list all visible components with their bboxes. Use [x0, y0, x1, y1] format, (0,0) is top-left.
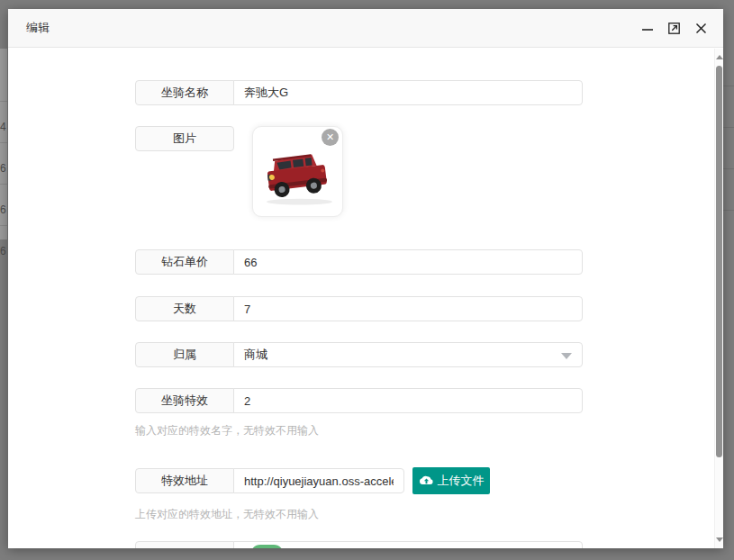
cloud-upload-icon — [419, 474, 433, 488]
background-row-divider — [0, 142, 7, 143]
screen: { "modal": { "title": "编辑" }, "form": { … — [0, 0, 734, 560]
scrollbar-thumb[interactable] — [716, 66, 722, 457]
next-partial-label — [135, 541, 234, 548]
fullscreen-icon[interactable] — [666, 21, 682, 36]
background-table-number: 6 — [0, 245, 7, 257]
mount-name-label: 坐骑名称 — [135, 80, 234, 105]
background-row-divider — [0, 184, 7, 185]
dialog-header: 编辑 — [8, 9, 723, 48]
field-belong: 归属 商城 — [135, 342, 583, 367]
minimize-icon[interactable] — [639, 21, 655, 36]
field-mount-effect: 坐骑特效 — [135, 388, 583, 413]
chevron-down-icon — [561, 353, 572, 359]
effect-url-label: 特效地址 — [135, 468, 234, 493]
background-row-divider — [723, 210, 734, 211]
field-next-partial — [135, 541, 583, 548]
toggle-switch[interactable] — [250, 545, 284, 548]
days-input[interactable] — [233, 296, 583, 321]
background-table-number: 6 — [0, 162, 7, 175]
belong-label: 归属 — [135, 342, 234, 367]
image-label: 图片 — [135, 126, 234, 151]
diamond-price-label: 钻石单价 — [135, 249, 234, 275]
dialog-scrollbar[interactable] — [714, 49, 723, 548]
background-row-divider — [723, 168, 734, 169]
days-label: 天数 — [135, 296, 234, 321]
belong-selected-value: 商城 — [244, 347, 267, 363]
window-controls — [639, 9, 709, 48]
background-table-sliver: 4 6 6 6 — [0, 49, 7, 239]
scroll-down-icon[interactable] — [716, 537, 723, 542]
effect-url-hint: 上传对应的特效地址，无特效不用输入 — [135, 507, 319, 522]
upload-file-button[interactable]: 上传文件 — [412, 467, 490, 494]
background-table-number: 6 — [0, 203, 7, 216]
scroll-up-icon[interactable] — [716, 55, 723, 59]
close-icon[interactable] — [693, 21, 709, 36]
field-mount-name: 坐骑名称 — [135, 80, 583, 105]
remove-image-icon[interactable]: ✕ — [322, 129, 339, 146]
field-effect-url: 特效地址 — [135, 468, 404, 493]
image-thumbnail: ✕ — [252, 126, 343, 217]
mount-effect-label: 坐骑特效 — [135, 388, 234, 413]
belong-select[interactable]: 商城 — [233, 342, 583, 367]
field-image: 图片 — [135, 126, 234, 151]
field-days: 天数 — [135, 296, 583, 321]
diamond-price-input[interactable] — [233, 249, 583, 275]
background-table-number: 4 — [0, 121, 7, 133]
next-partial-body — [233, 541, 583, 548]
mount-effect-hint: 输入对应的特效名字，无特效不用输入 — [135, 423, 319, 438]
field-diamond-price: 钻石单价 — [135, 249, 583, 275]
upload-file-label: 上传文件 — [438, 473, 485, 489]
edit-dialog: 编辑 坐骑名称 图片 — [8, 9, 723, 548]
background-row-divider — [0, 225, 7, 226]
background-right-strip — [723, 0, 734, 560]
mount-name-input[interactable] — [233, 80, 583, 105]
background-row-divider — [0, 101, 7, 102]
background-row-divider — [723, 86, 734, 86]
mount-effect-input[interactable] — [233, 388, 583, 413]
dialog-title: 编辑 — [26, 20, 50, 36]
effect-url-input[interactable] — [233, 468, 404, 493]
background-row-divider — [723, 127, 734, 128]
